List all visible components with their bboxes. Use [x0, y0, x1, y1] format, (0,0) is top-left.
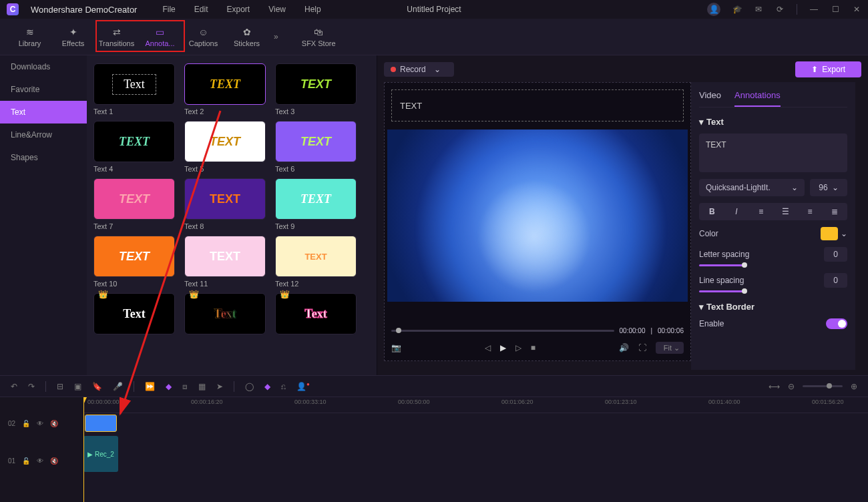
text-input[interactable]: TEXT: [699, 134, 847, 172]
split-icon[interactable]: ⊟: [57, 382, 63, 391]
tab-effects[interactable]: ✦Effects: [51, 19, 95, 55]
gem2-icon[interactable]: ◆: [264, 382, 270, 391]
image-icon[interactable]: ▦: [198, 382, 206, 391]
fit-width-icon[interactable]: ⟷: [769, 382, 780, 391]
font-size-select[interactable]: 96⌄: [810, 179, 847, 196]
text-overlay[interactable]: TEXT: [391, 89, 684, 121]
next-frame-icon[interactable]: ▷: [515, 343, 521, 352]
text-preset-thumb[interactable]: Text👑: [93, 293, 175, 334]
speed-icon[interactable]: ⏩: [145, 382, 155, 391]
circle-icon[interactable]: ◯: [245, 382, 254, 391]
italic-button[interactable]: I: [730, 207, 743, 216]
person-icon[interactable]: 👤●: [296, 381, 310, 391]
more-tabs-icon[interactable]: »: [268, 19, 284, 55]
menu-edit[interactable]: Edit: [194, 5, 208, 14]
text-preset-thumb[interactable]: Text: [93, 63, 175, 105]
color-swatch[interactable]: [821, 227, 838, 240]
redo-icon[interactable]: ↷: [28, 382, 35, 391]
text-preset-thumb[interactable]: TEXT: [275, 63, 357, 105]
cat-downloads[interactable]: Downloads: [0, 55, 87, 78]
maximize-icon[interactable]: ☐: [831, 5, 840, 14]
text-preset-thumb[interactable]: TEXT: [184, 236, 266, 277]
crop-icon[interactable]: ▣: [74, 382, 81, 391]
marker-icon[interactable]: 🔖: [92, 382, 102, 391]
proptab-annotations[interactable]: Annotations: [734, 89, 781, 107]
menu-help[interactable]: Help: [304, 5, 321, 14]
prev-frame-icon[interactable]: ◁: [485, 343, 491, 352]
align-center-icon[interactable]: ☰: [779, 207, 792, 216]
text-preset-thumb[interactable]: TEXT: [93, 178, 175, 220]
mute-icon[interactable]: 🔇: [50, 457, 58, 465]
lock-icon[interactable]: 🔓: [22, 457, 30, 465]
account-icon[interactable]: 👤: [707, 3, 720, 16]
text-preset-thumb[interactable]: TEXT: [93, 121, 175, 162]
line-spacing-value[interactable]: 0: [824, 273, 847, 288]
text-preset-thumb[interactable]: TEXT: [184, 121, 266, 162]
mic-icon[interactable]: 🎤: [113, 382, 123, 391]
minimize-icon[interactable]: —: [809, 5, 819, 14]
text-preset-thumb[interactable]: TEXT: [184, 178, 266, 220]
eye-icon[interactable]: 👁: [37, 420, 43, 427]
timeline-clip-video[interactable]: ▶Rec_2: [83, 436, 118, 472]
playhead[interactable]: [83, 397, 84, 502]
letter-spacing-value[interactable]: 0: [824, 247, 847, 262]
preview-slider[interactable]: [391, 330, 614, 332]
gem-icon[interactable]: ◆: [166, 382, 172, 391]
track-area[interactable]: 00:00:00:0000:00:16:2000:00:33:1000:00:5…: [83, 397, 868, 502]
text-preset-thumb[interactable]: TEXT: [275, 236, 357, 277]
timeline-clip-text[interactable]: [85, 415, 117, 432]
close-icon[interactable]: ✕: [852, 5, 861, 14]
zoom-slider[interactable]: [803, 385, 843, 387]
mute-icon[interactable]: 🔇: [50, 420, 58, 427]
text-preset-thumb[interactable]: TEXT: [184, 63, 266, 105]
section-text[interactable]: ▾Text: [699, 117, 847, 127]
group-icon[interactable]: ⧈: [182, 382, 188, 391]
stop-icon[interactable]: ■: [531, 343, 535, 352]
mail-icon[interactable]: ✉: [754, 5, 763, 14]
help-icon[interactable]: ⟳: [775, 5, 785, 14]
graduation-icon[interactable]: 🎓: [732, 5, 742, 14]
snapshot-icon[interactable]: 📷: [391, 343, 401, 352]
cat-shapes[interactable]: Shapes: [0, 146, 87, 169]
time-ruler[interactable]: 00:00:00:0000:00:16:2000:00:33:1000:00:5…: [83, 397, 868, 413]
border-enable-toggle[interactable]: [826, 318, 847, 329]
menu-export[interactable]: Export: [226, 5, 250, 14]
tab-captions[interactable]: ☺Captions: [182, 19, 225, 55]
undo-icon[interactable]: ↶: [11, 382, 17, 391]
record-button[interactable]: Record ⌄: [384, 62, 454, 77]
tab-stickers[interactable]: ✿Stickers: [225, 19, 268, 55]
letter-spacing-slider[interactable]: [699, 264, 746, 266]
tab-annotations[interactable]: ▭Annota...: [138, 19, 182, 55]
align-justify-icon[interactable]: ≣: [828, 207, 841, 216]
zoom-out-icon[interactable]: ⊖: [788, 382, 795, 391]
fullscreen-icon[interactable]: ⛶: [638, 343, 646, 352]
text-preset-thumb[interactable]: Text👑: [275, 293, 357, 334]
cursor-icon[interactable]: ➤: [216, 382, 223, 391]
proptab-video[interactable]: Video: [699, 89, 721, 107]
align-left-icon[interactable]: ≡: [754, 207, 768, 216]
tab-sfx-store[interactable]: 🛍SFX Store: [297, 19, 341, 55]
eye-icon[interactable]: 👁: [37, 457, 43, 465]
text-preset-thumb[interactable]: TEXT: [275, 178, 357, 220]
lock-icon[interactable]: 🔓: [22, 420, 30, 427]
menu-view[interactable]: View: [268, 5, 286, 14]
branch-icon[interactable]: ⎌: [281, 382, 286, 391]
cat-favorite[interactable]: Favorite: [0, 78, 87, 101]
tab-transitions[interactable]: ⇄Transitions: [95, 19, 138, 55]
bold-button[interactable]: B: [705, 207, 718, 216]
text-preset-thumb[interactable]: Text👑: [184, 293, 266, 334]
menu-file[interactable]: File: [162, 5, 175, 14]
tab-library[interactable]: ≋Library: [8, 19, 51, 55]
cat-line-arrow[interactable]: Line&Arrow: [0, 123, 87, 146]
preview-canvas[interactable]: TEXT 00:00:00 | 00:00:06 📷 ◁ ▶ ▷: [384, 82, 691, 361]
line-spacing-slider[interactable]: [699, 290, 746, 292]
chevron-down-icon[interactable]: ⌄: [841, 229, 847, 238]
cat-text[interactable]: Text: [0, 101, 87, 123]
font-family-select[interactable]: Quicksand-LightIt.⌄: [699, 179, 805, 196]
fit-select[interactable]: Fit ⌄: [656, 342, 684, 354]
text-preset-thumb[interactable]: TEXT: [93, 236, 175, 277]
section-text-border[interactable]: ▾Text Border: [699, 302, 847, 312]
export-button[interactable]: ⬆ Export: [795, 61, 861, 77]
play-icon[interactable]: ▶: [500, 343, 506, 352]
volume-icon[interactable]: 🔊: [619, 343, 629, 352]
